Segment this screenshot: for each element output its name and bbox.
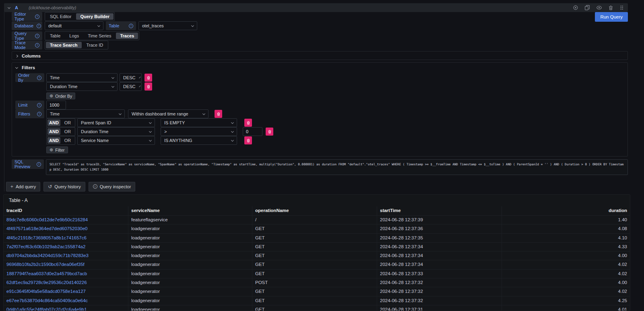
plus-circle-icon: ⊕: [50, 147, 53, 152]
add-query-button[interactable]: + Add query: [6, 182, 40, 192]
add-filter-button[interactable]: ⊕ Filter: [46, 146, 68, 153]
column-header-duration[interactable]: duration: [502, 206, 630, 215]
query-history-button[interactable]: ↺ Query history: [43, 182, 85, 192]
cell-trace-id-link[interactable]: 62df1ec9a29728c9e29536c20d140226: [4, 278, 128, 287]
filter-field-select[interactable]: Parent Span ID: [77, 118, 155, 127]
eye-icon[interactable]: [596, 5, 602, 10]
cell-duration: 4.00: [502, 278, 630, 287]
table-row: 0d4b1a9c55e24f8ab07c31d2c6a4e9b1 loadgen…: [4, 305, 630, 311]
cell-service-name: loadgenerator: [128, 278, 252, 287]
columns-section-header[interactable]: Columns: [12, 51, 627, 60]
remove-order-by-button[interactable]: [144, 82, 152, 91]
cell-start-time: 2024-06-28 12:37:31: [377, 305, 502, 311]
filters-label: Filtersi: [15, 109, 44, 118]
filter-operator-select[interactable]: IS ANYTHING: [161, 136, 237, 145]
table-row: db9704a2bbda34204d159c71b78283e3 loadgen…: [4, 251, 630, 260]
panel-title: Table - A: [4, 195, 630, 206]
filters-section-header[interactable]: Filters: [12, 63, 627, 72]
add-order-by-button[interactable]: ⊕ Order By: [46, 93, 75, 99]
plus-icon: +: [10, 184, 13, 189]
bool-and-option[interactable]: AND: [47, 128, 60, 135]
table-row: 1887794f7eaa6037d0e2a4579bcd7acb loadgen…: [4, 269, 630, 278]
cell-trace-id-link[interactable]: 89dc7e8c6060c0d12de7e9b50c216284: [4, 216, 128, 224]
cell-duration: 4.01: [502, 305, 630, 311]
filter-field-select[interactable]: Time: [46, 109, 125, 118]
remove-filter-button[interactable]: [266, 128, 273, 136]
info-icon: i: [37, 112, 41, 116]
column-header-operationname[interactable]: operationName: [252, 206, 377, 215]
column-header-servicename[interactable]: serviceName: [128, 206, 252, 215]
cell-trace-id-link[interactable]: 96968b10fa2b2c1590bc67dea06ef35f: [4, 260, 128, 269]
bool-and-option[interactable]: AND: [47, 119, 60, 126]
query-inspector-button[interactable]: i Query inspector: [89, 182, 136, 192]
duplicate-icon[interactable]: [584, 5, 590, 10]
trace-mode-trace-id[interactable]: Trace ID: [83, 42, 107, 48]
chevron-down-icon: [139, 76, 140, 78]
column-header-traceid[interactable]: traceID: [4, 206, 128, 215]
remove-filter-button[interactable]: [244, 136, 252, 144]
filter-operator-select[interactable]: IS EMPTY: [161, 118, 237, 127]
info-icon: i: [93, 184, 97, 189]
query-row-header[interactable]: A (clickhouse-observability): [4, 3, 628, 12]
table-select[interactable]: otel_traces: [138, 21, 197, 30]
trace-mode-trace-search[interactable]: Trace Search: [46, 42, 82, 48]
record-icon[interactable]: [573, 5, 578, 10]
info-icon: i: [35, 34, 39, 38]
editor-type-query-builder[interactable]: Query Builder: [76, 13, 114, 20]
trash-icon[interactable]: [608, 5, 613, 10]
run-query-button[interactable]: Run Query: [595, 12, 628, 22]
chevron-down-icon: [119, 112, 122, 115]
database-label: Databasei: [12, 21, 42, 30]
cell-duration: 4.02: [502, 287, 630, 296]
cell-duration: 4.00: [502, 251, 630, 260]
cell-trace-id-link[interactable]: 7a2f07ecf63c60b1029ab2ac155874a2: [4, 243, 128, 251]
cell-trace-id-link[interactable]: 4f497571a618e364ed7ded60752030e0: [4, 224, 128, 233]
filter-field-select[interactable]: Service Name: [77, 136, 155, 145]
table-header-row: traceID serviceName operationName startT…: [4, 206, 630, 215]
cell-trace-id-link[interactable]: db9704a2bbda34204d159c71b78283e3: [4, 251, 128, 260]
filter-operator-select[interactable]: Within dashboard time range: [128, 109, 208, 118]
cell-operation-name: GET: [252, 243, 377, 251]
order-by-direction-select[interactable]: DESC: [120, 73, 142, 82]
chevron-down-icon: [191, 24, 194, 27]
bool-or-option[interactable]: OR: [61, 119, 74, 126]
collapse-query-chevron-icon[interactable]: [8, 6, 10, 8]
remove-order-by-button[interactable]: [144, 74, 152, 82]
chevron-down-icon: [149, 138, 152, 141]
limit-input[interactable]: [46, 101, 66, 109]
order-by-direction-select[interactable]: DESC: [120, 82, 142, 91]
order-by-label: Order Byi: [15, 73, 44, 82]
query-type-time-series[interactable]: Time Series: [84, 33, 115, 39]
editor-type-sql-editor[interactable]: SQL Editor: [46, 13, 75, 20]
order-by-field-select[interactable]: Duration Time: [46, 82, 118, 91]
bool-or-option[interactable]: OR: [61, 137, 74, 144]
query-type-logs[interactable]: Logs: [65, 33, 83, 39]
filter-field-select[interactable]: Duration Time: [77, 127, 155, 136]
order-by-field-select[interactable]: Time: [46, 73, 118, 82]
cell-trace-id-link[interactable]: 1887794f7eaa6037d0e2a4579bcd7acb: [4, 270, 128, 278]
cell-trace-id-link[interactable]: 4f45c21918c73698057a8b1c741657c6: [4, 234, 128, 242]
bool-and-option[interactable]: AND: [47, 137, 60, 144]
filter-value-input[interactable]: [243, 127, 262, 136]
cell-trace-id-link[interactable]: 0d4b1a9c55e24f8ab07c31d2c6a4e9b1: [4, 305, 128, 311]
column-header-starttime[interactable]: startTime: [377, 206, 502, 215]
cell-trace-id-link[interactable]: e91c3645f04fa5e58adcd0758e1ea127: [4, 287, 128, 296]
cell-start-time: 2024-06-28 12:37:32: [377, 278, 502, 287]
database-select[interactable]: default: [45, 21, 103, 30]
cell-trace-id-link[interactable]: e67ee7b53870d4c864ca50409ca0e64c: [4, 297, 128, 305]
chevron-down-icon: [15, 66, 18, 68]
remove-filter-button[interactable]: [244, 119, 252, 127]
drag-handle-icon[interactable]: [619, 5, 624, 10]
sql-preview-label: SQL Previewi: [12, 159, 44, 169]
cell-duration: 4.02: [502, 270, 630, 278]
cell-start-time: 2024-06-28 12:37:39: [377, 216, 502, 224]
query-type-traces[interactable]: Traces: [116, 33, 138, 39]
remove-filter-button[interactable]: [215, 110, 222, 118]
cell-start-time: 2024-06-28 12:37:34: [377, 260, 502, 269]
cell-service-name: loadgenerator: [128, 243, 252, 251]
info-icon: i: [37, 76, 41, 80]
cell-duration: 4.08: [502, 224, 630, 233]
query-type-table[interactable]: Table: [46, 33, 64, 39]
bool-or-option[interactable]: OR: [61, 128, 74, 135]
filter-operator-select[interactable]: >: [161, 127, 237, 136]
